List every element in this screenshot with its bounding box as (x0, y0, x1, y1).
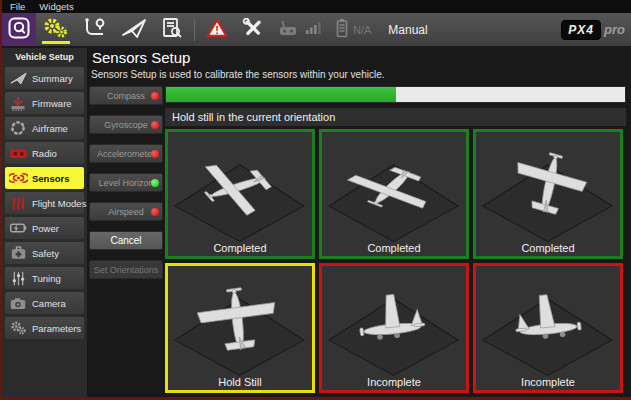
svg-text:!: ! (215, 23, 219, 35)
plane-nose-up-image (476, 132, 620, 256)
set-orientations-button[interactable]: Set Orientations (89, 260, 163, 279)
sidebar-item-power[interactable]: Power (5, 217, 84, 239)
level-horizon-status-dot (151, 179, 159, 187)
vehicle-setup-button[interactable] (36, 13, 76, 46)
tile-status-label: Incomplete (322, 376, 466, 388)
sidebar-item-airframe[interactable]: Airframe (5, 117, 84, 139)
plan-waypoints-icon (83, 17, 107, 43)
orientation-tile-left-side: Incomplete (319, 263, 469, 393)
orientation-tile-nose-up: Completed (473, 129, 623, 259)
px4-logo: PX4 pro (561, 20, 625, 40)
sidebar-item-safety[interactable]: Safety (5, 242, 84, 264)
battery-indicator: N/A (328, 13, 382, 46)
plane-right-side-image (476, 266, 620, 390)
plane-upside-down-image (322, 132, 466, 256)
telemetry-signal-indicator (305, 13, 328, 46)
page-title: Sensors Setup (92, 49, 190, 66)
parameters-gears-icon (8, 321, 28, 335)
airspeed-status-dot (151, 208, 159, 216)
sidebar-item-parameters[interactable]: Parameters (5, 317, 84, 339)
warning-triangle-icon: ! (206, 18, 228, 42)
orientation-tile-upside-down: Completed (319, 129, 469, 259)
signal-bars-icon (305, 20, 321, 40)
menu-bar: File Widgets (2, 0, 631, 13)
px4-logo-text: PX4 (561, 20, 601, 40)
vehicle-setup-gears-icon (43, 17, 69, 43)
plane-left-side-image (322, 266, 466, 390)
gyroscope-status-dot (151, 121, 159, 129)
qgc-home-button[interactable] (2, 13, 36, 46)
calibration-progress-fill (166, 87, 396, 102)
rc-signal-indicator (271, 13, 305, 46)
instruction-bar: Hold still in the current orientation (165, 108, 626, 126)
sidebar-item-sensors[interactable]: Sensors (5, 167, 84, 189)
menu-widgets[interactable]: Widgets (39, 1, 73, 12)
toolbar: ! N/A Manual PX4 pro (2, 13, 631, 46)
battery-status-text: N/A (353, 24, 371, 36)
battery-icon (335, 18, 349, 42)
firmware-download-icon (8, 96, 28, 111)
camera-icon (8, 297, 28, 310)
sidebar-item-summary[interactable]: Summary (5, 67, 84, 89)
log-analyze-document-icon (161, 17, 183, 43)
summary-plane-icon (8, 71, 28, 86)
fly-view-button[interactable] (114, 13, 154, 46)
calibration-progress-bar (165, 86, 626, 103)
qgc-logo-icon (7, 16, 31, 44)
tile-status-label: Completed (322, 242, 466, 254)
advanced-tools-button[interactable] (235, 13, 271, 46)
accelerometer-button[interactable]: Accelerometer (89, 144, 163, 163)
tile-status-label: Hold Still (168, 376, 312, 388)
tile-status-label: Incomplete (476, 376, 620, 388)
fly-paper-plane-icon (121, 17, 147, 43)
flight-modes-waves-icon (8, 196, 28, 211)
safety-first-aid-icon (8, 246, 28, 260)
tile-status-label: Completed (168, 242, 312, 254)
tile-status-label: Completed (476, 242, 620, 254)
vehicle-setup-sidebar: Vehicle Setup Summary Firmware Airframe … (2, 48, 87, 397)
sidebar-item-flight-modes[interactable]: Flight Modes (5, 192, 84, 214)
orientation-grid: Completed Completed Completed Hold Still… (165, 129, 631, 393)
sidebar-item-radio[interactable]: Radio (5, 142, 84, 164)
accelerometer-status-dot (151, 150, 159, 158)
sidebar-item-tuning[interactable]: Tuning (5, 267, 84, 289)
log-analyze-button[interactable] (154, 13, 190, 46)
airframe-dotted-circle-icon (8, 120, 28, 136)
toolbar-separator (194, 19, 195, 41)
sidebar-header: Vehicle Setup (2, 48, 87, 65)
radio-icon (8, 147, 28, 160)
menu-file[interactable]: File (10, 1, 25, 12)
tools-icon (242, 18, 264, 42)
orientation-tile-right-side: Incomplete (473, 263, 623, 393)
cancel-button[interactable]: Cancel (89, 231, 163, 250)
active-view-underline (42, 41, 70, 44)
compass-button[interactable]: Compass (89, 86, 163, 105)
orientation-tile-nose-down: Hold Still (165, 263, 315, 393)
plane-level-image (168, 132, 312, 256)
tuning-sliders-icon (8, 271, 28, 286)
flight-mode-indicator[interactable]: Manual (388, 23, 427, 37)
page-description: Sensors Setup is used to calibrate the s… (91, 69, 385, 80)
orientation-tile-level: Completed (165, 129, 315, 259)
sensors-signal-icon (8, 171, 28, 185)
level-horizon-button[interactable]: Level Horizon (89, 173, 163, 192)
rc-controller-icon (278, 19, 298, 41)
power-battery-icon (8, 222, 28, 234)
sidebar-item-camera[interactable]: Camera (5, 292, 84, 314)
sensor-buttons-column: Compass Gyroscope Accelerometer Level Ho… (89, 86, 163, 279)
sidebar-item-firmware[interactable]: Firmware (5, 92, 84, 114)
instruction-text: Hold still in the current orientation (172, 111, 335, 123)
gyroscope-button[interactable]: Gyroscope (89, 115, 163, 134)
airspeed-button[interactable]: Airspeed (89, 202, 163, 221)
px4-pro-text: pro (604, 22, 625, 37)
qgroundcontrol-window: File Widgets (0, 0, 631, 400)
plan-view-button[interactable] (76, 13, 114, 46)
plane-nose-down-image (168, 266, 312, 390)
compass-status-dot (151, 92, 159, 100)
vehicle-messages-button[interactable]: ! (199, 13, 235, 46)
